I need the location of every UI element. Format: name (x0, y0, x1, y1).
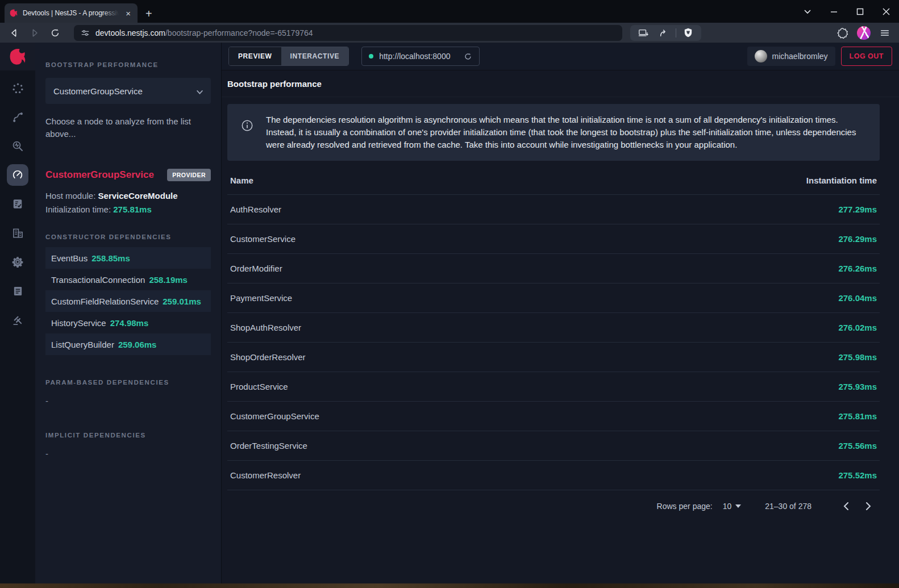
node-select[interactable]: CustomerGroupService (45, 78, 211, 104)
gavel-icon (12, 314, 24, 326)
window-controls (794, 0, 899, 23)
insights-icon (11, 140, 24, 152)
row-name: PaymentService (227, 283, 589, 313)
new-tab-button[interactable]: + (145, 8, 152, 19)
row-time: 275.52ms (589, 461, 880, 490)
row-name: ShopAuthResolver (227, 313, 589, 343)
brave-shield-icon[interactable] (680, 25, 697, 41)
dep-name: EventBus (51, 253, 88, 263)
dep-list-item[interactable]: HistoryService274.98ms (45, 312, 211, 333)
share-icon[interactable] (655, 25, 672, 41)
dep-list-item[interactable]: CustomFieldRelationService259.01ms (45, 290, 211, 312)
sidebar-item-audit[interactable] (7, 193, 28, 215)
dep-list-item[interactable]: EventBus258.85ms (45, 247, 211, 269)
dep-time: 258.85ms (91, 253, 130, 263)
next-page-button[interactable] (857, 495, 880, 518)
row-time: 276.04ms (589, 283, 880, 313)
user-avatar (755, 50, 767, 62)
back-button[interactable] (6, 25, 23, 41)
prev-page-button[interactable] (834, 495, 857, 518)
sidebar-item-insights[interactable] (7, 135, 28, 157)
host-module-row: Host module: ServiceCoreModule (45, 189, 211, 203)
sidebar-item-dependency-graph[interactable] (7, 77, 28, 99)
address-bar[interactable]: devtools.nestjs.com/bootstrap-performanc… (74, 25, 622, 41)
row-time: 276.29ms (589, 224, 880, 254)
browser-tab[interactable]: Devtools | NestJS - A progressive × (5, 3, 138, 23)
row-time: 275.93ms (589, 372, 880, 402)
row-name: OrderTestingService (227, 431, 589, 461)
dep-time: 259.01ms (163, 297, 201, 306)
init-time-row: Initialization time: 275.81ms (45, 203, 211, 216)
row-time: 276.26ms (589, 254, 880, 283)
url-text[interactable]: devtools.nestjs.com/bootstrap-performanc… (95, 28, 313, 37)
chevron-down-icon (197, 86, 203, 96)
browser-toolbar: devtools.nestjs.com/bootstrap-performanc… (0, 23, 899, 43)
table-row[interactable]: OrderTestingService275.56ms (227, 431, 880, 461)
tab-search-icon[interactable] (794, 0, 821, 23)
refresh-icon[interactable] (464, 52, 472, 61)
sidebar-item-bootstrap-performance[interactable] (7, 164, 28, 186)
sidebar-item-modules[interactable] (7, 222, 28, 244)
logout-button[interactable]: LOG OUT (841, 47, 892, 66)
table-row[interactable]: AuthResolver277.29ms (227, 195, 880, 224)
browser-menu-icon[interactable] (876, 25, 893, 41)
document-icon (13, 286, 23, 297)
user-chip[interactable]: michaelbromley (747, 47, 835, 66)
dep-list-item[interactable]: TransactionalConnection258.19ms (45, 269, 211, 290)
row-name: CustomerResolver (227, 461, 589, 490)
sidebar-item-settings[interactable] (7, 251, 28, 273)
icon-rail (0, 43, 35, 583)
implicit-deps-empty: - (45, 449, 211, 458)
param-deps-empty: - (45, 396, 211, 406)
extensions-icon[interactable] (834, 25, 851, 41)
dep-list-item[interactable]: ListQueryBuilder259.06ms (45, 333, 211, 355)
node-select-value: CustomerGroupService (53, 86, 143, 96)
dep-time: 259.06ms (118, 340, 157, 349)
maximize-button[interactable] (847, 0, 873, 23)
row-time: 277.29ms (589, 195, 880, 224)
table-row[interactable]: CustomerGroupService275.81ms (227, 402, 880, 431)
col-name: Name (227, 165, 589, 195)
init-time-label: Initialization time: (45, 205, 113, 214)
table-header-row: Name Instantiation time (227, 165, 880, 195)
open-in-app-icon[interactable] (635, 25, 652, 41)
analysis-panel: BOOTSTRAP PERFORMANCE CustomerGroupServi… (35, 43, 222, 583)
app-url-chip[interactable]: http://localhost:8000 (361, 47, 480, 66)
implicit-deps-title: IMPLICIT DEPENDENCIES (45, 432, 211, 439)
table-row[interactable]: PaymentService276.04ms (227, 283, 880, 313)
close-window-button[interactable] (873, 0, 899, 23)
preview-tab[interactable]: PREVIEW (229, 47, 281, 65)
table-row[interactable]: ProductService275.93ms (227, 372, 880, 402)
tab-close-icon[interactable]: × (123, 8, 133, 19)
table-row[interactable]: CustomerResolver275.52ms (227, 461, 880, 490)
sidebar-item-routes[interactable] (7, 106, 28, 128)
reload-button[interactable] (47, 25, 64, 41)
devtools-app: BOOTSTRAP PERFORMANCE CustomerGroupServi… (0, 43, 899, 583)
forward-button[interactable] (26, 25, 43, 41)
sidebar-item-issues[interactable] (7, 309, 28, 331)
page-content: Bootstrap performance The dependencies r… (222, 70, 899, 583)
user-name: michaelbromley (772, 52, 828, 61)
dep-name: HistoryService (51, 318, 106, 328)
table-row[interactable]: OrderModifier276.26ms (227, 254, 880, 283)
page-head: Bootstrap performance (222, 70, 899, 97)
site-settings-icon[interactable] (81, 28, 90, 37)
panel-section-title: BOOTSTRAP PERFORMANCE (45, 61, 211, 68)
row-name: ProductService (227, 372, 589, 402)
interactive-tab[interactable]: INTERACTIVE (281, 47, 349, 65)
performance-table: Name Instantiation time AuthResolver277.… (227, 165, 880, 490)
browser-profile-avatar[interactable] (857, 26, 871, 40)
table-row[interactable]: CustomerService276.29ms (227, 224, 880, 254)
table-row[interactable]: ShopAuthResolver276.02ms (227, 313, 880, 343)
toolbar-actions (630, 25, 701, 41)
paginator: Rows per page: 10 21–30 of 278 (222, 490, 899, 522)
page-range: 21–30 of 278 (765, 502, 811, 511)
toolbar-divider (676, 28, 676, 37)
dep-time: 258.19ms (149, 275, 188, 285)
minimize-button[interactable] (821, 0, 847, 23)
dep-name: TransactionalConnection (51, 275, 145, 285)
table-row[interactable]: ShopOrderResolver275.98ms (227, 343, 880, 372)
sidebar-item-docs[interactable] (7, 280, 28, 302)
dep-time: 274.98ms (110, 318, 149, 328)
rows-per-page-select[interactable]: 10 (723, 502, 742, 511)
